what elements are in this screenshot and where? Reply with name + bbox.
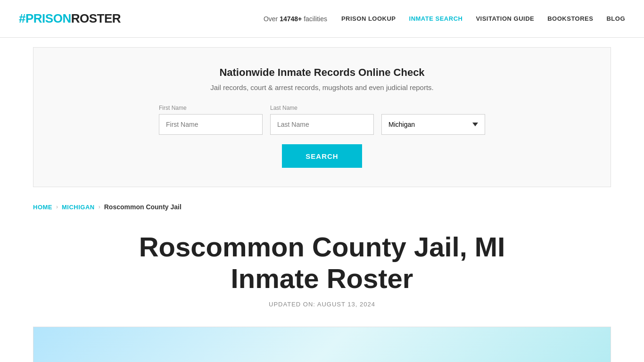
updated-label: UPDATED ON: AUGUST 13, 2024 [33,301,611,308]
breadcrumb-current: Roscommon County Jail [104,203,182,211]
page-title: Roscommon County Jail, MI Inmate Roster [110,231,534,294]
logo-prison: PRISON [25,11,71,26]
nav-prison-lookup[interactable]: PRISON LOOKUP [341,15,396,22]
main-nav: PRISON LOOKUP INMATE SEARCH VISITATION G… [341,15,625,22]
breadcrumb-state[interactable]: Michigan [62,204,95,211]
facilities-suffix: facilities [302,15,327,23]
bottom-card [33,327,611,362]
first-name-group: First Name [159,105,263,135]
breadcrumb-home[interactable]: Home [33,204,52,211]
nav-blog[interactable]: BLOG [606,15,625,22]
nav-bookstores[interactable]: BOOKSTORES [547,15,593,22]
nav-visitation-guide[interactable]: VISITATION GUIDE [476,15,534,22]
breadcrumb-sep-1: › [56,204,58,210]
nav-container: Over 14748+ facilities PRISON LOOKUP INM… [264,15,625,23]
facilities-prefix: Over [264,15,280,23]
main-title-section: Roscommon County Jail, MI Inmate Roster … [0,217,644,317]
state-group: Alabama Alaska Arizona Arkansas Californ… [381,105,485,135]
first-name-label: First Name [159,105,187,111]
bottom-card-inner [33,327,611,362]
state-select[interactable]: Alabama Alaska Arizona Arkansas Californ… [381,114,485,135]
site-header: #PRISONROSTER Over 14748+ facilities PRI… [0,0,644,38]
last-name-input[interactable] [270,114,374,135]
breadcrumb-sep-2: › [99,204,100,210]
logo-roster: ROSTER [71,11,121,26]
first-name-input[interactable] [159,114,263,135]
search-banner: Nationwide Inmate Records Online Check J… [33,47,611,187]
logo-hash: # [19,11,25,26]
last-name-label: Last Name [270,105,297,111]
search-form: First Name Last Name Alabama Alaska Ariz… [62,105,582,135]
breadcrumb: Home › Michigan › Roscommon County Jail [0,197,644,217]
site-logo[interactable]: #PRISONROSTER [19,11,121,26]
facilities-text: Over 14748+ facilities [264,15,327,23]
last-name-group: Last Name [270,105,374,135]
nav-inmate-search[interactable]: INMATE SEARCH [409,15,463,22]
state-label [381,105,383,111]
banner-subtitle: Jail records, court & arrest records, mu… [62,83,582,91]
search-button[interactable]: SEARCH [282,144,362,168]
banner-title: Nationwide Inmate Records Online Check [62,66,582,79]
facilities-count: 14748+ [280,15,302,23]
